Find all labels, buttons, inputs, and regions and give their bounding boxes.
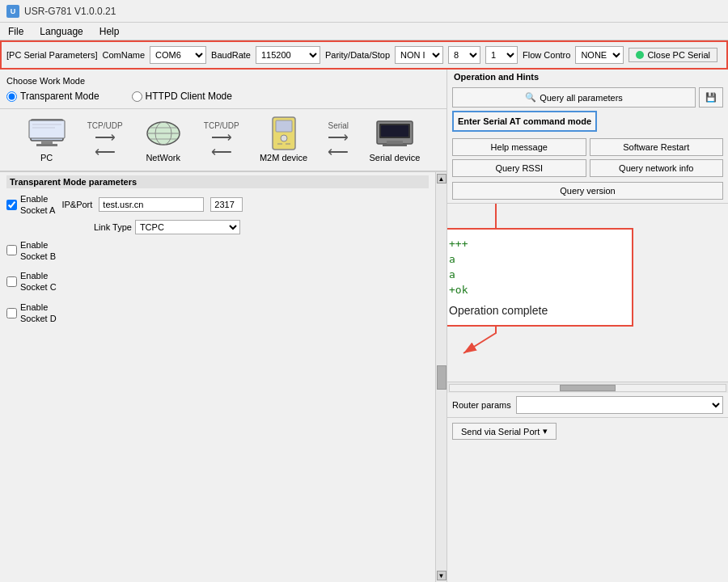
output-popup: +++ a a +ok Operation complete: [447, 228, 633, 327]
com-name-label: ComName: [102, 50, 145, 60]
save-icon: 💾: [705, 92, 717, 102]
work-mode-title: Choose Work Mode: [6, 76, 440, 86]
dropdown-arrow-icon: ▾: [543, 426, 548, 436]
pc-diagram-icon: [27, 117, 67, 150]
search-icon: 🔍: [525, 92, 536, 103]
socket-b-enable[interactable]: EnableSocket B: [6, 239, 56, 263]
m2m-diagram-icon: [264, 117, 304, 150]
pc-label: PC: [40, 153, 53, 162]
socket-a-enable[interactable]: EnableSocket A: [6, 193, 55, 217]
transparent-params-area: Transparent Mode parameters EnableSocket…: [0, 171, 447, 582]
popup-line1: +++: [449, 238, 624, 250]
query-all-button[interactable]: 🔍 Query all parameters: [452, 87, 696, 108]
menu-language[interactable]: Language: [35, 25, 87, 38]
right-bottom-panel: Router params Send via Serial Port ▾: [447, 393, 728, 582]
transparent-mode-option[interactable]: Transparent Mode: [6, 91, 99, 102]
close-serial-button[interactable]: Close PC Serial: [629, 48, 717, 62]
h-scroll-thumb[interactable]: [560, 385, 615, 391]
httpd-mode-option[interactable]: HTTPD Client Mode: [132, 91, 232, 102]
parity-label: Parity/Data/Stop: [325, 50, 390, 60]
popup-line3: a: [449, 268, 624, 280]
socket-d-label: EnableSocket D: [20, 302, 57, 325]
green-status-dot: [636, 51, 644, 59]
scroll-down-button[interactable]: ▼: [437, 571, 447, 580]
arrow-network-m2m: TCP/UDP ⟶ ⟵: [204, 121, 239, 159]
params-content: Transparent Mode parameters EnableSocket…: [0, 172, 435, 582]
serial-device-diagram-icon: [375, 117, 415, 150]
svg-point-13: [281, 135, 287, 141]
right-panel: Operation and Hints 🔍 Query all paramete…: [447, 70, 728, 582]
send-via-serial-button[interactable]: Send via Serial Port ▾: [452, 423, 557, 440]
diagram-area: PC TCP/UDP ⟶ ⟵: [0, 109, 447, 171]
socket-a-label: EnableSocket A: [20, 193, 55, 217]
work-mode-section: Choose Work Mode Transparent Mode HTTPD …: [0, 70, 447, 109]
baud-rate-select[interactable]: 115200: [256, 46, 320, 64]
software-restart-button[interactable]: Software Restart: [590, 138, 724, 156]
transparent-mode-radio[interactable]: [6, 91, 17, 102]
ip-input[interactable]: [99, 197, 204, 212]
socket-d-checkbox[interactable]: [6, 308, 17, 318]
work-mode-options: Transparent Mode HTTPD Client Mode: [6, 91, 440, 102]
output-area: +++ a a +ok Operation complete: [447, 204, 728, 393]
socket-d-enable[interactable]: EnableSocket D: [6, 302, 57, 325]
serial-label-arrow: Serial: [328, 121, 349, 130]
op-buttons-grid: Help message Software Restart Query RSSI…: [447, 135, 728, 180]
svg-rect-3: [36, 144, 57, 146]
menu-file[interactable]: File: [3, 25, 28, 38]
query-rssi-button[interactable]: Query RSSI: [452, 159, 586, 177]
socket-d-section: EnableSocket D: [6, 302, 429, 325]
serial-params-label: [PC Serial Parameters]: [6, 50, 97, 60]
help-message-button[interactable]: Help message: [452, 138, 586, 156]
scroll-up-button[interactable]: ▲: [437, 174, 447, 183]
router-params-row: Router params: [447, 393, 728, 418]
socket-a-checkbox[interactable]: [6, 200, 17, 210]
arrow-pc-network: TCP/UDP ⟶ ⟵: [87, 121, 123, 159]
socket-c-label: EnableSocket C: [20, 270, 57, 293]
menu-bar: File Language Help: [0, 23, 728, 40]
send-row: Send via Serial Port ▾: [447, 418, 728, 445]
parity-select[interactable]: NON I: [395, 46, 443, 64]
popup-line2: a: [449, 253, 624, 265]
svg-rect-2: [41, 141, 53, 144]
link-type-row: Link Type TCPC TCPS UDP: [94, 220, 429, 234]
m2m-diagram-item: M2M device: [260, 117, 307, 162]
left-panel: Choose Work Mode Transparent Mode HTTPD …: [0, 70, 447, 582]
socket-c-checkbox[interactable]: [6, 276, 17, 287]
httpd-mode-radio[interactable]: [132, 91, 142, 102]
link-type-select[interactable]: TCPC TCPS UDP: [135, 220, 240, 234]
vertical-scrollbar[interactable]: ▲ ▼: [435, 172, 447, 582]
output-h-scrollbar[interactable]: [447, 382, 728, 393]
enter-serial-at-label: Enter Serial AT command mode: [458, 116, 591, 126]
serial-device-label: Serial device: [369, 153, 420, 162]
port-input[interactable]: [210, 197, 243, 212]
app-title: USR-G781 V1.0.0.21: [24, 6, 116, 17]
tcp-udp-label-1: TCP/UDP: [87, 121, 123, 130]
tcp-udp-label-2: TCP/UDP: [204, 121, 239, 130]
router-params-select[interactable]: [516, 396, 723, 414]
data-bits-select[interactable]: 8: [448, 46, 480, 64]
socket-b-checkbox[interactable]: [6, 245, 17, 255]
flow-control-select[interactable]: NONE: [575, 46, 624, 64]
popup-line4: +ok: [449, 284, 624, 296]
menu-help[interactable]: Help: [95, 25, 125, 38]
query-network-button[interactable]: Query network info: [590, 159, 724, 177]
baud-rate-label: BaudRate: [211, 50, 251, 60]
m2m-label: M2M device: [260, 153, 307, 162]
enter-serial-at-button[interactable]: Enter Serial AT command mode: [452, 111, 597, 132]
h-scroll-track[interactable]: [449, 384, 726, 392]
svg-rect-18: [381, 125, 408, 137]
socket-a-row: EnableSocket A IP&Port: [6, 193, 429, 217]
send-via-serial-label: Send via Serial Port: [461, 427, 540, 436]
scroll-thumb[interactable]: [437, 365, 447, 390]
socket-c-enable[interactable]: EnableSocket C: [6, 270, 57, 293]
ip-port-label: IP&Port: [61, 200, 92, 209]
com-name-select[interactable]: COM6: [150, 46, 206, 64]
save-button[interactable]: 💾: [699, 87, 723, 108]
arrow-m2m-serial: Serial ⟶ ⟵: [328, 121, 349, 159]
socket-c-section: EnableSocket C: [6, 270, 429, 293]
stop-bits-select[interactable]: 1: [485, 46, 518, 64]
svg-rect-19: [387, 141, 403, 144]
query-version-button[interactable]: Query version: [452, 182, 723, 200]
popup-complete-msg: Operation complete: [449, 304, 624, 317]
flow-control-label: Flow Contro: [523, 50, 570, 60]
